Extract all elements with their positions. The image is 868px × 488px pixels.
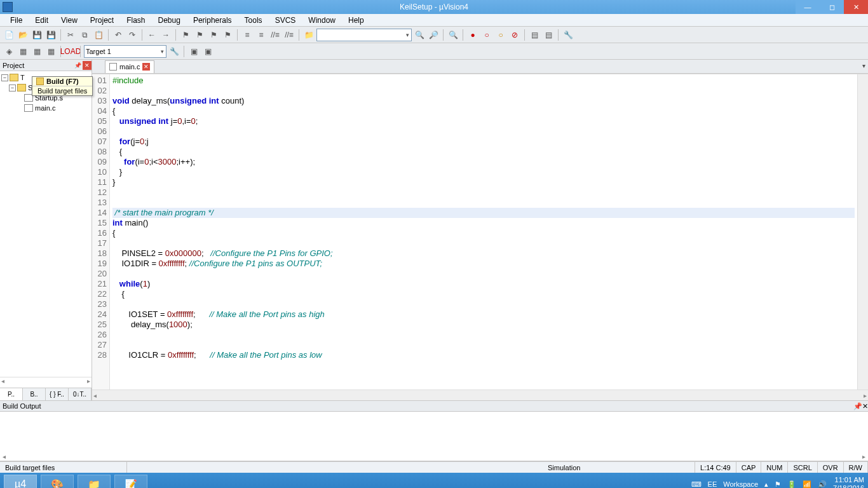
editor-tab-main[interactable]: main.c ✕ xyxy=(105,60,154,73)
tree-expand-icon[interactable]: − xyxy=(1,74,8,81)
bookmark-button[interactable]: ⚑ xyxy=(179,29,192,41)
tray-date: 7/18/2016 xyxy=(833,484,864,488)
rebuild-button[interactable]: ▦ xyxy=(31,45,43,58)
panel-pin-button[interactable]: 📌 xyxy=(853,402,862,410)
menu-window[interactable]: Window xyxy=(302,15,342,26)
network-icon[interactable]: 📶 xyxy=(803,480,811,489)
minimize-button[interactable]: — xyxy=(796,0,820,14)
new-file-button[interactable]: 📄 xyxy=(3,29,15,41)
save-button[interactable]: 💾 xyxy=(31,29,43,41)
comment-button[interactable]: //≡ xyxy=(269,29,281,41)
battery-icon[interactable]: 🔋 xyxy=(787,480,796,489)
project-tree[interactable]: − T − Source Group Startup.s main.c xyxy=(0,71,92,377)
breakpoint-insert-button[interactable]: ● xyxy=(466,29,479,41)
configure-button[interactable]: 🔧 xyxy=(562,29,574,41)
menu-file[interactable]: File xyxy=(4,15,29,26)
tree-file-main[interactable]: main.c xyxy=(35,104,55,112)
folder-icon xyxy=(10,74,18,81)
close-button[interactable]: ✕ xyxy=(844,0,868,14)
nav-back-button[interactable]: ← xyxy=(146,29,158,41)
menu-peripherals[interactable]: Peripherals xyxy=(187,15,238,26)
menu-debug[interactable]: Debug xyxy=(152,15,187,26)
toolbar-build: ◈ ▦ ▦ ▦ LOAD Target 1 🔧 ▣ ▣ xyxy=(0,43,868,60)
flag-icon[interactable]: ⚑ xyxy=(775,480,781,489)
taskbar-app-paint[interactable]: 🎨 xyxy=(41,475,74,488)
tooltip-desc: Build target files xyxy=(32,86,92,95)
batch-build-button[interactable]: ▦ xyxy=(44,45,57,58)
scroll-right-icon[interactable]: ▸ xyxy=(87,377,90,388)
tree-expand-icon[interactable]: − xyxy=(9,85,16,92)
project-tab-templates[interactable]: 0↓T.. xyxy=(69,388,92,400)
chevron-up-icon[interactable]: ▴ xyxy=(764,480,768,489)
find-combo[interactable] xyxy=(316,29,412,41)
save-all-button[interactable]: 💾 xyxy=(44,29,57,41)
breakpoint-kill-button[interactable]: ⊘ xyxy=(508,29,521,41)
tray-clock[interactable]: 11:01 AM 7/18/2016 xyxy=(833,476,864,488)
outdent-button[interactable]: ≡ xyxy=(255,29,268,41)
status-mode: Simulation xyxy=(543,462,695,473)
tree-target[interactable]: T xyxy=(20,74,25,81)
copy-button[interactable]: ⧉ xyxy=(78,29,91,41)
menu-project[interactable]: Project xyxy=(84,15,120,26)
download-button[interactable]: LOAD xyxy=(64,45,77,58)
redo-button[interactable]: ↷ xyxy=(126,29,139,41)
project-panel-title: Project xyxy=(3,62,24,69)
menu-help[interactable]: Help xyxy=(342,15,370,26)
paste-button[interactable]: 📋 xyxy=(92,29,105,41)
build-button[interactable]: ▦ xyxy=(17,45,29,58)
taskbar-app-uvision[interactable]: µ4 xyxy=(4,475,37,488)
indent-button[interactable]: ≡ xyxy=(241,29,254,41)
bookmark-clear-button[interactable]: ⚑ xyxy=(221,29,234,41)
build-output[interactable]: ◂ ▸ xyxy=(0,412,868,461)
tray-lang[interactable]: EE xyxy=(708,480,717,488)
cut-button[interactable]: ✂ xyxy=(64,29,77,41)
breakpoint-disable-button[interactable]: ○ xyxy=(494,29,507,41)
project-tab-books[interactable]: B.. xyxy=(23,388,46,400)
vertical-scrollbar[interactable] xyxy=(857,74,868,390)
maximize-button[interactable]: ◻ xyxy=(820,0,844,14)
manage-components-button[interactable]: ▣ xyxy=(187,45,200,58)
bookmark-prev-button[interactable]: ⚑ xyxy=(193,29,206,41)
menu-flash[interactable]: Flash xyxy=(120,15,151,26)
volume-icon[interactable]: 🔊 xyxy=(818,480,827,489)
find-button[interactable]: 🔍 xyxy=(413,29,426,41)
taskbar-app-explorer[interactable]: 📁 xyxy=(78,475,111,488)
code-editor[interactable]: 0102030405060708091011121314151617181920… xyxy=(92,74,868,390)
manage-books-button[interactable]: ▣ xyxy=(201,45,214,58)
tab-dropdown-button[interactable]: ▾ xyxy=(862,62,865,69)
project-tab-project[interactable]: P.. xyxy=(0,388,23,400)
panel-close-button[interactable]: ✕ xyxy=(83,61,92,70)
tray-workspace[interactable]: Workspace xyxy=(723,480,758,488)
menu-view[interactable]: View xyxy=(55,15,84,26)
project-tab-functions[interactable]: { } F.. xyxy=(46,388,69,400)
status-bar: Build target files Simulation L:14 C:49 … xyxy=(0,461,868,473)
translate-button[interactable]: ◈ xyxy=(3,45,15,58)
horizontal-scrollbar[interactable]: ◂▸ xyxy=(92,390,868,400)
uncomment-button[interactable]: //≡ xyxy=(283,29,295,41)
taskbar-app-notepad[interactable]: 📝 xyxy=(114,475,147,488)
code-content[interactable]: #include void delay_ms(unsigned int coun… xyxy=(110,74,857,390)
menu-edit[interactable]: Edit xyxy=(29,15,55,26)
nav-forward-button[interactable]: → xyxy=(159,29,172,41)
breakpoint-enable-button[interactable]: ○ xyxy=(480,29,493,41)
window-layout-button[interactable]: ▤ xyxy=(528,29,541,41)
open-file-button[interactable]: 📂 xyxy=(17,29,29,41)
find-in-files-button[interactable]: 📁 xyxy=(302,29,315,41)
debug-button[interactable]: 🔍 xyxy=(447,29,459,41)
menu-svcs[interactable]: SVCS xyxy=(269,15,302,26)
scroll-left-icon[interactable]: ◂ xyxy=(3,453,6,460)
incremental-find-button[interactable]: 🔎 xyxy=(427,29,440,41)
tab-close-button[interactable]: ✕ xyxy=(142,63,150,71)
scroll-right-icon[interactable]: ▸ xyxy=(862,453,865,460)
undo-button[interactable]: ↶ xyxy=(112,29,125,41)
keyboard-icon[interactable]: ⌨ xyxy=(691,480,702,489)
menu-tools[interactable]: Tools xyxy=(238,15,269,26)
scroll-left-icon[interactable]: ◂ xyxy=(1,377,4,388)
window-layout2-button[interactable]: ▤ xyxy=(542,29,555,41)
panel-pin-button[interactable]: 📌 xyxy=(73,61,82,70)
target-combo[interactable]: Target 1 xyxy=(84,45,166,58)
bookmark-next-button[interactable]: ⚑ xyxy=(207,29,220,41)
panel-close-button[interactable]: ✕ xyxy=(862,402,868,410)
target-options-button[interactable]: 🔧 xyxy=(168,45,180,58)
build-tooltip: Build (F7) Build target files xyxy=(32,76,93,96)
